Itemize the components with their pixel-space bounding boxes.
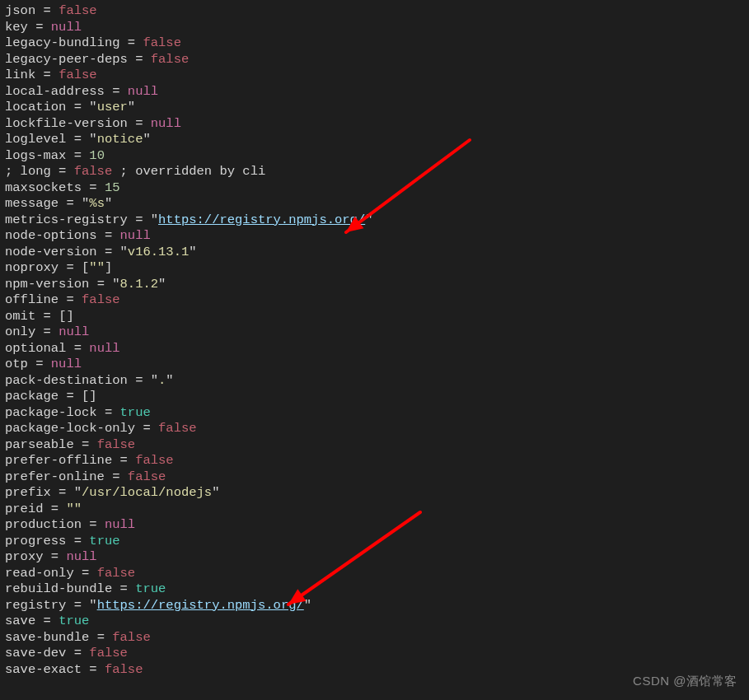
- token-key: ": [89, 100, 96, 114]
- token-eq: =: [59, 389, 82, 404]
- code-line: prefer-offline = false: [5, 453, 744, 469]
- token-key: message: [5, 196, 59, 211]
- token-key: ": [74, 485, 82, 500]
- token-kw-true: true: [120, 405, 151, 420]
- token-key: registry: [5, 598, 66, 613]
- code-line: rebuild-bundle = true: [5, 581, 744, 598]
- token-str: 8.1.2: [120, 277, 159, 292]
- code-line: only = null: [5, 324, 744, 341]
- code-line: maxsockets = 15: [5, 180, 744, 197]
- token-str: /usr/local/nodejs: [82, 485, 212, 500]
- token-key: ": [120, 245, 128, 259]
- token-key: [: [82, 260, 89, 275]
- token-str: "": [89, 260, 105, 275]
- token-eq: =: [59, 292, 82, 307]
- code-line: optional = null: [5, 341, 744, 357]
- code-line: json = false: [5, 3, 744, 20]
- token-str: "": [66, 502, 82, 516]
- code-line: metrics-registry = "https://registry.npm…: [5, 212, 744, 229]
- code-line: production = null: [5, 517, 744, 534]
- token-key: json: [5, 3, 35, 18]
- token-kw-false: false: [143, 35, 181, 50]
- token-link: https://registry.npmjs.org/: [97, 598, 304, 613]
- code-line: proxy = null: [5, 549, 744, 566]
- code-line: save-exact = false: [5, 662, 744, 679]
- code-line: key = null: [5, 20, 744, 36]
- token-kw-null: null: [120, 228, 151, 243]
- token-kw-true: true: [59, 614, 89, 628]
- token-key: package-lock: [5, 405, 97, 420]
- token-eq: =: [89, 630, 112, 645]
- code-line: preid = "": [5, 502, 744, 518]
- token-kw-null: null: [59, 324, 89, 339]
- code-line: save = true: [5, 614, 744, 630]
- code-line: omit = []: [5, 309, 744, 325]
- token-comment: ; long =: [5, 164, 74, 179]
- code-line: node-version = "v16.13.1": [5, 245, 744, 261]
- token-key: ": [304, 598, 311, 613]
- code-line: registry = "https://registry.npmjs.org/": [5, 598, 744, 614]
- token-eq: =: [128, 373, 151, 388]
- token-key: key: [5, 20, 28, 35]
- token-eq: =: [35, 68, 59, 82]
- token-eq: =: [82, 180, 105, 195]
- token-kw-null: null: [89, 341, 119, 356]
- token-kw-false: false: [105, 662, 143, 677]
- token-num: 15: [105, 180, 120, 195]
- token-eq: =: [59, 196, 82, 211]
- token-num: 10: [89, 148, 105, 163]
- code-line: pack-destination = ".": [5, 373, 744, 390]
- token-kw-false: false: [151, 52, 190, 67]
- token-key: ": [128, 100, 135, 114]
- code-block: json = falsekey = nulllegacy-bundling = …: [0, 0, 749, 681]
- token-key: ": [158, 277, 166, 292]
- token-eq: =: [35, 309, 59, 324]
- code-line: noproxy = [""]: [5, 260, 744, 277]
- token-key: proxy: [5, 549, 44, 564]
- token-key: ]: [105, 260, 112, 275]
- token-eq: =: [44, 502, 67, 516]
- token-key: ": [143, 132, 150, 147]
- token-kw-false: false: [135, 453, 174, 468]
- code-line: node-options = null: [5, 228, 744, 245]
- token-eq: =: [66, 132, 89, 147]
- token-eq: =: [112, 581, 135, 596]
- token-eq: =: [105, 469, 128, 484]
- token-eq: =: [82, 517, 105, 532]
- code-line: prefer-online = false: [5, 469, 744, 486]
- token-kw-false: false: [89, 646, 128, 660]
- token-eq: =: [35, 324, 59, 339]
- token-eq: =: [120, 35, 143, 50]
- token-key: local-address: [5, 84, 105, 99]
- code-line: logs-max = 10: [5, 148, 744, 165]
- token-kw-false: false: [158, 421, 197, 436]
- token-key: otp: [5, 357, 28, 371]
- token-eq: =: [35, 3, 59, 18]
- token-eq: =: [66, 100, 89, 114]
- code-line: legacy-peer-deps = false: [5, 52, 744, 68]
- token-kw-null: null: [66, 549, 96, 564]
- token-key: lockfile-version: [5, 116, 128, 131]
- code-line: package-lock-only = false: [5, 421, 744, 437]
- token-key: ": [365, 212, 372, 227]
- token-eq: =: [89, 277, 112, 292]
- token-eq: =: [135, 421, 158, 436]
- code-line: link = false: [5, 68, 744, 84]
- token-kw-false: false: [74, 164, 113, 179]
- token-key: metrics-registry: [5, 212, 128, 227]
- token-key: logs-max: [5, 148, 66, 163]
- token-key: rebuild-bundle: [5, 581, 112, 596]
- token-key: only: [5, 324, 35, 339]
- token-eq: =: [28, 20, 51, 35]
- token-eq: =: [128, 212, 151, 227]
- token-str: .: [158, 373, 166, 388]
- token-kw-null: null: [51, 20, 82, 35]
- code-line: offline = false: [5, 292, 744, 309]
- token-eq: =: [97, 405, 120, 420]
- token-key: omit: [5, 309, 35, 324]
- token-key: progress: [5, 534, 66, 548]
- code-line: package-lock = true: [5, 405, 744, 422]
- code-line: save-bundle = false: [5, 630, 744, 646]
- token-str: %s: [89, 196, 105, 211]
- token-key: []: [59, 309, 74, 324]
